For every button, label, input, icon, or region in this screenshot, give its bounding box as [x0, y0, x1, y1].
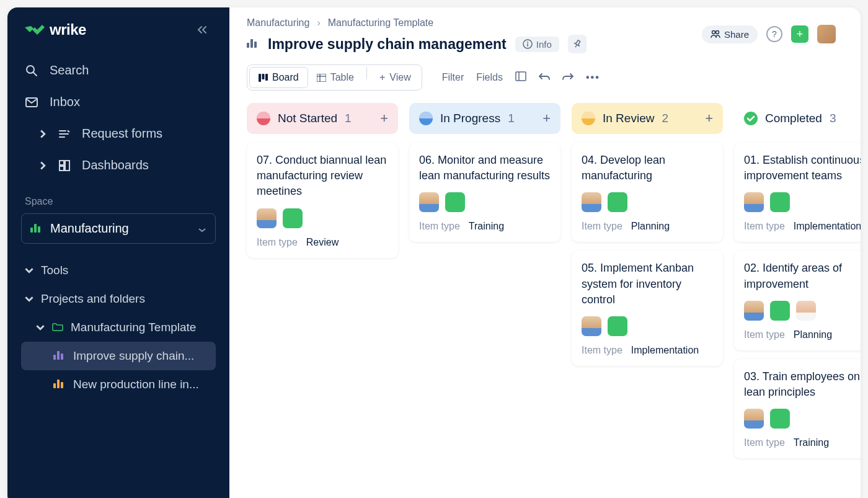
column-header[interactable]: In Progress1+: [409, 103, 560, 134]
assignee-avatar[interactable]: [582, 192, 601, 212]
chevron-down-icon: [198, 221, 206, 236]
chevron-down-icon: [36, 323, 45, 332]
task-card[interactable]: 07. Conduct biannual lean manufacturing …: [247, 143, 398, 258]
status-icon: [582, 112, 595, 125]
board-column: Not Started1+07. Conduct biannual lean m…: [247, 103, 398, 493]
column-count: 3: [830, 112, 836, 125]
space-label: Space: [7, 181, 229, 213]
page-title: Improve supply chain management: [268, 36, 507, 53]
nav-inbox[interactable]: Inbox: [7, 86, 229, 118]
task-card[interactable]: 05. Implement Kanban system for inventor…: [572, 251, 723, 366]
column-name: Completed: [765, 112, 822, 125]
nav-search[interactable]: Search: [7, 55, 229, 86]
chevron-right-icon: [38, 130, 47, 138]
breadcrumb-link[interactable]: Manufacturing Template: [328, 17, 433, 29]
status-icon: [744, 112, 758, 125]
svg-rect-15: [516, 72, 526, 81]
item-type-label: Item type: [582, 345, 622, 356]
more-button[interactable]: •••: [586, 72, 600, 83]
board-column: In Review2+04. Develop lean manufacturin…: [572, 103, 723, 493]
undo-button[interactable]: [539, 72, 550, 83]
add-card-button[interactable]: +: [542, 110, 551, 127]
info-button[interactable]: Info: [515, 37, 559, 52]
tree-tools[interactable]: Tools: [7, 256, 229, 285]
assignee-avatar[interactable]: [608, 192, 627, 212]
item-type-value: Implementation: [631, 345, 699, 356]
inbox-icon: [25, 96, 38, 109]
add-card-button[interactable]: +: [705, 110, 713, 127]
assignee-avatar[interactable]: [744, 301, 764, 321]
card-title: 03. Train employees on lean principles: [744, 369, 861, 400]
nav-dashboards[interactable]: Dashboards: [7, 149, 229, 181]
tree-template[interactable]: Manufacturing Template: [7, 313, 229, 342]
tree-project-other[interactable]: New production line in...: [7, 370, 229, 399]
tree-project-active[interactable]: Improve supply chain...: [21, 342, 216, 370]
svg-line-1: [33, 73, 37, 76]
assignee-avatar[interactable]: [283, 208, 303, 228]
sidebar: wrike Search Inbox Request forms Dashboa…: [7, 7, 229, 498]
redo-button[interactable]: [562, 72, 574, 83]
column-header[interactable]: In Review2+: [572, 103, 723, 134]
pin-button[interactable]: [568, 35, 587, 53]
card-title: 02. Identify areas of improvement: [744, 260, 861, 291]
item-type-label: Item type: [582, 221, 622, 232]
task-card[interactable]: 06. Monitor and measure lean manufacturi…: [409, 143, 560, 242]
assignee-avatar[interactable]: [445, 192, 465, 212]
fields-button[interactable]: Fields: [476, 72, 503, 83]
question-icon: ?: [772, 29, 777, 39]
assignee-avatar[interactable]: [582, 316, 601, 336]
forms-icon: [58, 128, 71, 140]
item-type-label: Item type: [257, 237, 298, 248]
svg-rect-11: [265, 74, 268, 81]
breadcrumb-link[interactable]: Manufacturing: [247, 17, 309, 29]
info-icon: [523, 39, 533, 49]
share-button[interactable]: Share: [702, 25, 758, 43]
main-panel: Manufacturing › Manufacturing Template I…: [229, 7, 861, 498]
nav-request-forms[interactable]: Request forms: [7, 118, 229, 149]
assignees: [582, 316, 713, 336]
assignee-avatar[interactable]: [796, 301, 816, 321]
tree-projects-folders[interactable]: Projects and folders: [7, 285, 229, 313]
assignees: [582, 192, 713, 212]
task-card[interactable]: 01. Establish continuous improvement tea…: [734, 143, 861, 242]
expand-icon[interactable]: [515, 71, 526, 84]
svg-point-0: [27, 66, 34, 73]
add-view-button[interactable]: + View: [371, 67, 420, 88]
space-selector[interactable]: Manufacturing: [21, 213, 216, 244]
status-icon: [257, 112, 270, 125]
card-title: 06. Monitor and measure lean manufacturi…: [419, 153, 551, 184]
user-avatar[interactable]: [817, 25, 836, 43]
assignee-avatar[interactable]: [744, 409, 764, 429]
view-tab-board[interactable]: Board: [249, 67, 308, 88]
task-card[interactable]: 02. Identify areas of improvementItem ty…: [734, 251, 861, 350]
assignee-avatar[interactable]: [257, 208, 277, 228]
board-icon: [259, 74, 268, 82]
help-button[interactable]: ?: [766, 26, 782, 42]
filter-button[interactable]: Filter: [442, 72, 464, 83]
task-card[interactable]: 04. Develop lean manufacturingItem typeP…: [572, 143, 723, 242]
collapse-sidebar-button[interactable]: [192, 20, 212, 40]
board-column: Completed3+01. Establish continuous impr…: [734, 103, 861, 493]
add-card-button[interactable]: +: [380, 110, 388, 127]
svg-rect-5: [60, 166, 64, 171]
assignee-avatar[interactable]: [419, 192, 439, 212]
kanban-board: Not Started1+07. Conduct biannual lean m…: [229, 91, 861, 498]
assignee-avatar[interactable]: [770, 192, 790, 212]
assignee-avatar[interactable]: [770, 301, 790, 321]
logo[interactable]: wrike: [25, 21, 86, 38]
assignee-avatar[interactable]: [770, 409, 790, 429]
column-header[interactable]: Not Started1+: [247, 103, 398, 134]
view-tab-table[interactable]: Table: [308, 67, 363, 88]
item-type-value: Planning: [631, 221, 670, 232]
item-type-label: Item type: [419, 221, 460, 232]
chevron-down-icon: [25, 266, 33, 275]
table-icon: [317, 74, 326, 82]
people-icon: [711, 30, 720, 38]
assignee-avatar[interactable]: [744, 192, 764, 212]
folder-icon: [52, 321, 63, 334]
svg-point-7: [527, 42, 528, 43]
task-card[interactable]: 03. Train employees on lean principlesIt…: [734, 359, 861, 458]
column-header[interactable]: Completed3+: [734, 103, 861, 134]
assignee-avatar[interactable]: [608, 316, 627, 336]
add-button[interactable]: +: [791, 25, 808, 43]
